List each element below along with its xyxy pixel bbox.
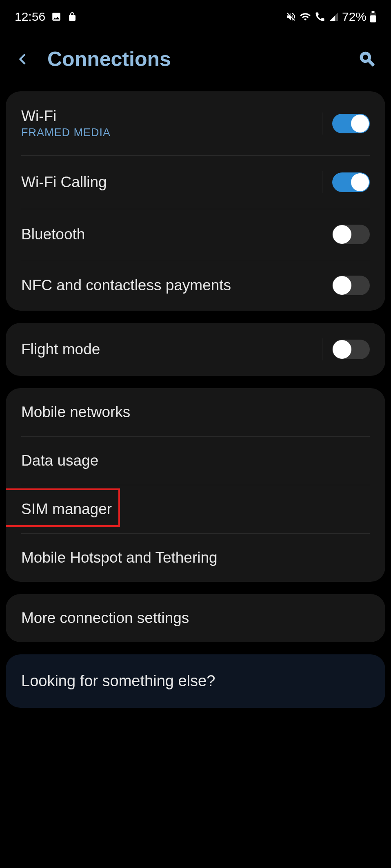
row-title: Wi-Fi — [21, 108, 111, 125]
toggle-divider — [322, 338, 322, 360]
toggle-divider — [322, 113, 322, 135]
toggle-wrap — [322, 113, 370, 135]
wifi-calling-row[interactable]: Wi-Fi Calling — [6, 156, 385, 209]
back-button[interactable] — [15, 49, 31, 69]
settings-card: Flight mode — [6, 323, 385, 376]
row-title: Mobile networks — [21, 404, 130, 421]
row-title: Mobile Hotspot and Tethering — [21, 549, 218, 566]
mobile-networks-row[interactable]: Mobile networks — [6, 388, 385, 436]
nfc-row[interactable]: NFC and contactless payments — [6, 260, 385, 311]
status-left: 12:56 — [15, 10, 77, 24]
row-labels: Wi-Fi FRAMED MEDIA — [21, 108, 111, 139]
svg-rect-2 — [372, 11, 375, 13]
row-title: More connection settings — [21, 610, 189, 627]
status-time: 12:56 — [15, 10, 45, 24]
row-title: Wi-Fi Calling — [21, 174, 107, 191]
row-title: Bluetooth — [21, 226, 85, 243]
wifi-calling-icon — [314, 11, 326, 22]
battery-percent: 72% — [342, 10, 367, 24]
page-title: Connections — [47, 47, 171, 71]
row-title: NFC and contactless payments — [21, 277, 231, 294]
settings-card: Mobile networks Data usage SIM manager M… — [6, 388, 385, 582]
header-left: Connections — [15, 47, 171, 71]
flight-mode-row[interactable]: Flight mode — [6, 323, 385, 376]
status-right: 72% — [286, 10, 376, 24]
search-button[interactable] — [358, 50, 376, 68]
bluetooth-toggle[interactable] — [332, 225, 370, 244]
data-usage-row[interactable]: Data usage — [6, 437, 385, 485]
image-icon — [51, 11, 62, 22]
nfc-toggle[interactable] — [332, 276, 370, 295]
wifi-icon — [300, 11, 311, 22]
settings-card: Wi-Fi FRAMED MEDIA Wi-Fi Calling Bluetoo… — [6, 91, 385, 311]
bluetooth-row[interactable]: Bluetooth — [6, 209, 385, 260]
wifi-toggle[interactable] — [332, 114, 370, 133]
row-title: Flight mode — [21, 341, 100, 358]
flight-mode-toggle[interactable] — [332, 340, 370, 359]
mute-icon — [286, 11, 296, 22]
wifi-row[interactable]: Wi-Fi FRAMED MEDIA — [6, 91, 385, 155]
battery-icon — [370, 11, 376, 22]
footer-card[interactable]: Looking for something else? — [6, 654, 385, 708]
status-bar: 12:56 72% — [0, 0, 391, 31]
row-subtitle: FRAMED MEDIA — [21, 126, 111, 139]
lock-icon — [67, 12, 77, 22]
signal-icon — [329, 12, 339, 22]
highlight-box — [6, 488, 120, 527]
toggle-divider — [322, 171, 322, 193]
svg-rect-1 — [370, 15, 376, 23]
wifi-calling-toggle[interactable] — [332, 172, 370, 192]
toggle-wrap — [322, 171, 370, 193]
row-title: Data usage — [21, 452, 98, 469]
hotspot-tethering-row[interactable]: Mobile Hotspot and Tethering — [6, 534, 385, 582]
footer-text: Looking for something else? — [21, 672, 370, 690]
header: Connections — [0, 31, 391, 91]
row-wrapper: SIM manager — [6, 485, 385, 533]
toggle-wrap — [322, 338, 370, 360]
settings-card: More connection settings — [6, 594, 385, 642]
more-connection-row[interactable]: More connection settings — [6, 594, 385, 642]
